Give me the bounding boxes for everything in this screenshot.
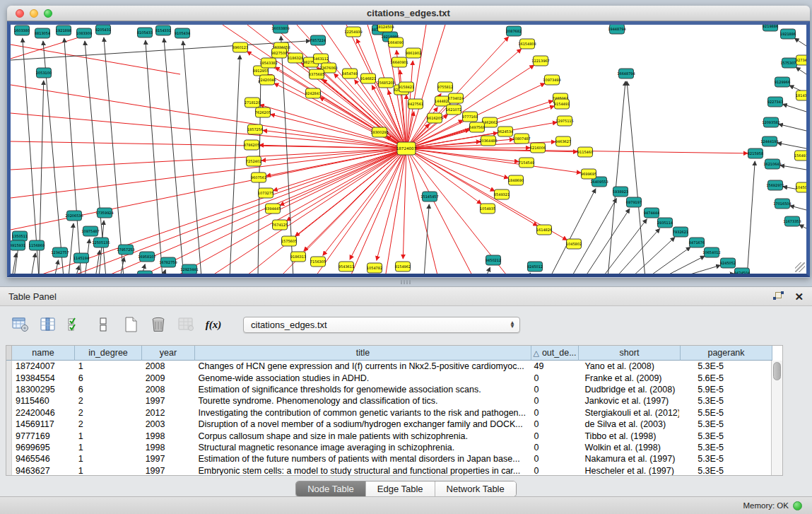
graph-node-label: 12093582 xyxy=(762,120,779,124)
graph-node-label: 3624534 xyxy=(498,129,513,134)
graph-node-label: 8394445 xyxy=(265,206,281,211)
delete-table-icon[interactable] xyxy=(149,316,167,333)
graph-node-label: 4616205 xyxy=(427,116,442,120)
table-cell: 0 xyxy=(531,408,578,418)
table-row[interactable]: 946554611997Estimation of the future num… xyxy=(6,453,771,465)
table-cell: Genome-wide association studies in ADHD. xyxy=(195,373,531,383)
table-cell: 2008 xyxy=(142,385,195,395)
table-cell: 1 xyxy=(75,443,142,452)
table-cell: 0 xyxy=(531,443,578,452)
table-row[interactable]: 977716911998Corpus callosum shape and si… xyxy=(6,430,771,441)
table-row[interactable]: 2242004622012Investigating the contribut… xyxy=(6,407,771,419)
table-cell: Yano et al. (2008) xyxy=(577,361,679,371)
table-row[interactable]: 1872400712008Changes of HCN gene express… xyxy=(6,361,771,372)
graph-node-label: 9105434 xyxy=(175,31,190,35)
graph-node-label: 1156869 xyxy=(29,243,45,247)
scrollbar-thumb[interactable] xyxy=(773,362,781,380)
table-cell: 5.9E-5 xyxy=(679,385,771,395)
graph-node-label: 8786205 xyxy=(244,143,259,147)
column-header-pagerank[interactable]: pagerank xyxy=(681,346,772,361)
select-all-icon[interactable] xyxy=(66,316,85,333)
table-header-row: namein_degreeyeartitle△out_de...shortpag… xyxy=(6,346,782,361)
table-cell: Franke et al. (2009) xyxy=(577,373,679,383)
graph-node-label: 16210643 xyxy=(763,162,781,166)
column-header-title[interactable]: title xyxy=(195,346,531,361)
graph-node-label: 17359924 xyxy=(95,211,113,215)
tab-network-table[interactable]: Network Table xyxy=(435,481,516,496)
function-builder-icon[interactable]: f(x) xyxy=(204,316,223,333)
column-header-year[interactable]: year xyxy=(142,346,195,361)
rows-icon[interactable] xyxy=(94,316,112,333)
graph-node-label: 1614826 xyxy=(536,228,552,232)
table-select-dropdown[interactable]: citations_edges.txt ▲▼ xyxy=(243,317,520,333)
graph-node-label: 12975115 xyxy=(555,119,573,123)
table-cell: 1997 xyxy=(142,466,195,475)
graph-node-label: 17016504 xyxy=(773,201,791,206)
table-cell: Hescheler et al. (1997) xyxy=(577,466,679,475)
table-cell: Nakamura et al. (1997) xyxy=(577,454,679,464)
table-row[interactable]: 1456911722003Disruption of a novel membe… xyxy=(6,419,771,430)
graph-node-label: 16648794 xyxy=(617,71,635,76)
table-cell: 9115460 xyxy=(12,396,75,406)
table-row[interactable]: 946362711997Embryonic stem cells: a mode… xyxy=(6,465,771,475)
panel-divider-grip[interactable] xyxy=(401,280,411,284)
network-canvas[interactable]: 1603380881305419218981083309920543181054… xyxy=(11,25,806,274)
graph-node-label: 16782759 xyxy=(159,260,177,264)
table-cell: de Silva et al. (2003) xyxy=(577,419,679,429)
graph-node-label: 7857224 xyxy=(310,38,326,42)
graph-node-label: 7252402 xyxy=(246,159,261,163)
graph-node-label: 1045802 xyxy=(566,242,582,246)
graph-node-label: 8549321 xyxy=(494,192,510,197)
column-header-out_de[interactable]: △out_de... xyxy=(531,346,579,361)
graph-node-label: 10975487 xyxy=(81,229,99,233)
table-cell: Structural magnetic resonance image aver… xyxy=(195,443,531,452)
table-row[interactable]: 1938455462009Genome-wide association stu… xyxy=(6,372,771,383)
graph-node-label: 9699695 xyxy=(581,172,596,176)
table-row[interactable]: 1830029562008Estimation of significance … xyxy=(6,384,771,395)
column-header-name[interactable]: name xyxy=(12,346,75,361)
graph-node-label: 9861902 xyxy=(406,51,421,55)
graph-node-label: 2718120 xyxy=(245,100,260,105)
memory-status-indicator[interactable] xyxy=(793,501,802,510)
table-cell: 1998 xyxy=(142,431,195,441)
graph-node-label: 15685203 xyxy=(377,81,394,85)
table-panel-header: Table Panel ✕ xyxy=(0,287,812,306)
graph-node-label: 9129966 xyxy=(775,80,790,84)
import-table-icon[interactable] xyxy=(11,316,30,333)
dropdown-stepper-icon: ▲▼ xyxy=(510,321,515,328)
table-cell: 2003 xyxy=(142,419,195,429)
column-select-icon[interactable] xyxy=(39,316,57,333)
canvas-resize-grip[interactable] xyxy=(795,262,805,272)
table-cell: 1997 xyxy=(142,396,195,406)
graph-node-label: 2935114 xyxy=(657,221,673,225)
window-titlebar[interactable]: citations_edges.txt xyxy=(7,6,810,21)
table-cell: 2009 xyxy=(142,373,195,383)
vertical-scrollbar[interactable] xyxy=(771,361,782,475)
graph-node-label: 9474444 xyxy=(644,211,659,215)
graph-node-label: 12444193 xyxy=(760,139,778,144)
column-header-short[interactable]: short xyxy=(579,346,681,361)
graph-node-label: 9245012 xyxy=(527,264,543,269)
table-cell: 5.3E-5 xyxy=(679,419,771,429)
new-table-icon[interactable] xyxy=(122,316,140,333)
graph-node-label: 8960123 xyxy=(233,45,248,49)
node-table: namein_degreeyeartitle△out_de...shortpag… xyxy=(6,345,783,476)
table-row[interactable]: 969969511998Structural magnetic resonanc… xyxy=(6,442,771,453)
column-header-in_degree[interactable]: in_degree xyxy=(75,346,142,361)
graph-node-label: 9755812 xyxy=(437,85,453,89)
table-body: 1872400712008Changes of HCN gene express… xyxy=(6,361,771,475)
graph-node-label: 16409553 xyxy=(590,180,608,184)
graph-node-label: 17957253 xyxy=(117,247,134,252)
graph-node-label: 7626205 xyxy=(255,110,271,115)
table-cell: 1998 xyxy=(142,443,195,452)
table-row[interactable]: 911546021997Tourette syndrome. Phenomeno… xyxy=(6,395,771,407)
table-cell: Changes of HCN gene expression and I(f) … xyxy=(195,361,531,371)
graph-node-label: 6734024 xyxy=(448,96,464,100)
tab-edge-table[interactable]: Edge Table xyxy=(366,481,435,496)
float-panel-icon[interactable] xyxy=(773,291,784,301)
graph-node-label: 1621072 xyxy=(446,107,461,112)
close-panel-icon[interactable]: ✕ xyxy=(794,291,804,302)
tab-node-table[interactable]: Node Table xyxy=(296,481,366,496)
table-cell: 1 xyxy=(75,466,142,475)
table-cell: Embryonic stem cells: a model to study s… xyxy=(195,466,531,475)
